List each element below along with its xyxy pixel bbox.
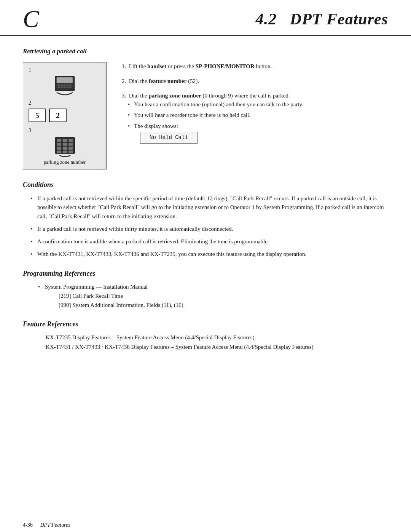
svg-rect-24 (68, 151, 73, 153)
svg-rect-14 (63, 139, 67, 142)
instruction-2: 2. Dial the feature number (52). (122, 77, 388, 86)
instruction-1: 1. Lift the handset or press the SP-PHON… (122, 62, 388, 71)
dialpad-icon (29, 136, 101, 157)
svg-rect-10 (66, 86, 68, 88)
svg-rect-9 (64, 86, 66, 88)
phone-icon (29, 75, 101, 96)
feature-references-section: Feature References KX-T7235 Display Feat… (23, 320, 388, 352)
prog-ref-bullet: System Programming — Installation Manual… (38, 282, 388, 310)
svg-rect-22 (57, 151, 61, 153)
key-5: 5 (29, 109, 46, 122)
condition-item-3: A confirmation tone is audible when a pa… (30, 237, 388, 246)
svg-rect-2 (57, 84, 60, 86)
feature-references-title: Feature References (23, 320, 388, 328)
condition-item-1: If a parked call is not retrieved within… (30, 194, 388, 221)
page-footer: 4-36 DPT Features (0, 518, 411, 532)
svg-rect-7 (57, 86, 60, 88)
svg-rect-1 (57, 77, 73, 83)
bullet-item-3: The display shows: No Held Call (128, 122, 388, 144)
prog-ref-item-1: [219] Call Park Recall Time (45, 291, 388, 300)
conditions-title: Conditions (23, 181, 388, 189)
instructions: 1. Lift the handset or press the SP-PHON… (122, 62, 388, 169)
footer-page-number: 4-36 (23, 522, 33, 528)
keypad-buttons: 5 2 (29, 109, 101, 122)
key-2: 2 (49, 109, 67, 122)
conditions-section: Conditions If a parked call is not retri… (23, 181, 388, 259)
step2-number: 2 (29, 100, 101, 106)
programming-references-section: Programming References System Programmin… (23, 270, 388, 310)
svg-rect-11 (69, 86, 72, 88)
instruction-3-bullets: You hear a confirmation tone (optional) … (128, 100, 388, 144)
page-title: 4.2 DPT Features (256, 10, 388, 28)
prog-ref-item-2: [990] System Additional Information, Fie… (45, 300, 388, 310)
svg-rect-17 (63, 143, 67, 146)
page-header: C 4.2 DPT Features (0, 0, 411, 36)
svg-rect-3 (61, 84, 63, 86)
page: C 4.2 DPT Features Retrieving a parked c… (0, 0, 411, 532)
bullet-item-2: You will hear a reorder tone if there is… (128, 111, 388, 120)
condition-item-4: With the KX-T7431, KX-T7433, KX-T7436 an… (30, 250, 388, 259)
diagram-box: 1 (23, 62, 107, 169)
svg-rect-13 (57, 139, 61, 142)
bullet-item-1: You hear a confirmation tone (optional) … (128, 100, 388, 109)
svg-rect-23 (63, 151, 67, 153)
svg-rect-21 (68, 147, 73, 150)
svg-rect-20 (63, 147, 67, 150)
programming-references-content: System Programming — Installation Manual… (38, 282, 388, 310)
chapter-letter: C (23, 7, 39, 31)
instruction-3: 3. Dial the parking zone number (0 throu… (122, 91, 388, 144)
conditions-list: If a parked call is not retrieved within… (30, 194, 388, 259)
feature-ref-item-2: KX-T7431 / KX-T7433 / KX-T7436 Display F… (46, 342, 388, 352)
step1-number: 1 (29, 67, 101, 73)
condition-item-2: If a parked call is not retrieved within… (30, 225, 388, 233)
programming-references-title: Programming References (23, 270, 388, 278)
svg-rect-18 (68, 143, 73, 146)
step3-number: 3 (29, 128, 101, 134)
footer-title: DPT Features (40, 522, 70, 528)
feature-ref-item-1: KX-T7235 Display Features – System Featu… (46, 333, 388, 343)
feature-references-content: KX-T7235 Display Features – System Featu… (46, 333, 388, 352)
main-content: Retrieving a parked call 1 (0, 40, 411, 383)
svg-rect-6 (69, 84, 72, 86)
svg-rect-8 (61, 86, 63, 88)
parking-zone-label: parking zone number (29, 159, 101, 165)
svg-rect-5 (66, 84, 68, 86)
svg-rect-16 (57, 143, 61, 146)
dialpad-svg (54, 136, 75, 157)
svg-rect-15 (68, 139, 73, 142)
telephone-svg (53, 75, 76, 96)
svg-rect-19 (57, 147, 61, 150)
display-box: No Held Call (140, 132, 198, 144)
retrieving-section-title: Retrieving a parked call (23, 48, 388, 55)
retrieving-section: 1 (23, 62, 388, 169)
svg-rect-4 (64, 84, 66, 86)
